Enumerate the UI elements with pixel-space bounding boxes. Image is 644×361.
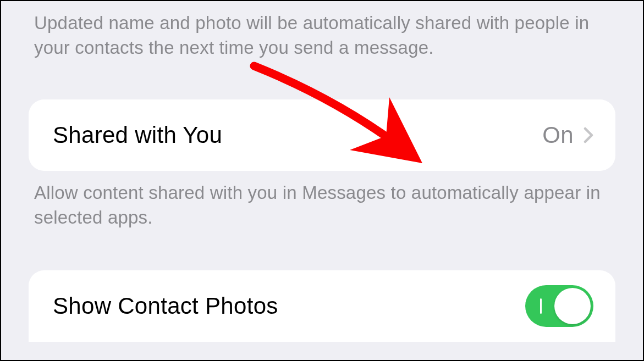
shared-with-you-label: Shared with You xyxy=(53,122,222,148)
shared-with-you-value: On xyxy=(542,122,574,148)
name-photo-sharing-footer: Updated name and photo will be automatic… xyxy=(29,1,615,60)
show-contact-photos-row: Show Contact Photos xyxy=(29,270,615,342)
show-contact-photos-toggle[interactable] xyxy=(525,285,593,327)
shared-with-you-footer: Allow content shared with you in Message… xyxy=(29,171,615,230)
shared-with-you-row[interactable]: Shared with You On xyxy=(29,99,615,171)
show-contact-photos-label: Show Contact Photos xyxy=(53,293,278,319)
chevron-right-icon xyxy=(584,126,593,144)
